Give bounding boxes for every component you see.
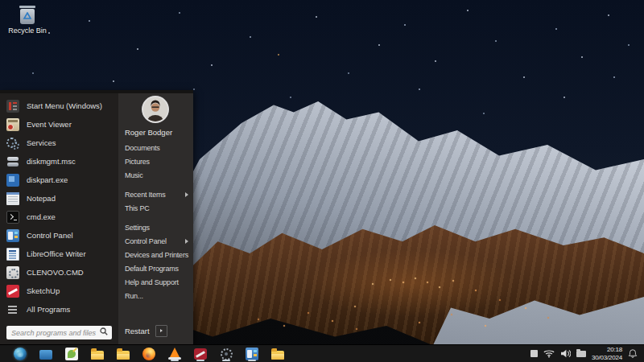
services-gears-icon [6, 137, 19, 150]
taskbar-folder-button[interactable] [267, 345, 288, 362]
menu-item-label: Help and Support [125, 278, 179, 286]
app-window-icon[interactable] [530, 350, 538, 357]
menu-item-label: Documents [125, 144, 160, 152]
search-box [6, 324, 112, 340]
recycle-bin[interactable]: Recycle Bin [6, 6, 48, 35]
menu-item-label: Control Panel [125, 237, 167, 245]
volume-icon[interactable] [560, 349, 571, 358]
menu-item-all-programs[interactable]: All Programs [0, 300, 118, 319]
menu-item-pictures[interactable]: Pictures [118, 154, 193, 168]
menu-item-label: Pictures [125, 158, 150, 166]
taskbar-control-panel-button[interactable] [242, 345, 262, 362]
menu-item-run[interactable]: Run... [118, 289, 193, 302]
sketchup-icon [194, 348, 207, 360]
taskbar-clock[interactable]: 20:18 30/03/2024 [592, 346, 622, 361]
menu-item-label: CLENOVO.CMD [27, 268, 84, 277]
menu-item-diskpart[interactable]: diskpart.exe [0, 171, 118, 189]
menu-item-label: Start Menu (Windows) [27, 101, 102, 110]
recycle-bin-icon [6, 6, 48, 24]
event-viewer-icon [6, 118, 19, 131]
user-avatar[interactable] [143, 97, 167, 121]
folder-icon [91, 351, 104, 360]
taskbar-vlc-button[interactable] [164, 345, 185, 362]
menu-item-label: SketchUp [27, 286, 60, 295]
notepad-plus-plus-icon [65, 348, 78, 360]
disk-management-icon [6, 155, 19, 168]
submenu-arrow-icon [185, 239, 188, 244]
all-programs-icon [6, 303, 19, 316]
start-menu-left-column: Start Menu (Windows) Event Viewer Servic… [0, 93, 118, 344]
menu-item-label: Music [125, 171, 143, 179]
taskbar-folder-button[interactable] [113, 345, 134, 362]
firefox-icon [142, 348, 155, 360]
vlc-icon [168, 348, 181, 360]
control-panel-icon [246, 348, 258, 360]
restart-button[interactable]: Restart [125, 327, 150, 335]
menu-item-label: LibreOffice Writer [27, 249, 86, 258]
menu-item-label: Recent Items [125, 191, 166, 199]
diskpart-icon [6, 174, 19, 187]
menu-item-label: Run... [125, 292, 143, 300]
menu-item-help-and-support[interactable]: Help and Support [118, 275, 193, 289]
menu-item-label: cmd.exe [27, 212, 56, 221]
search-input[interactable] [6, 326, 112, 339]
system-tray: 20:18 30/03/2024 [530, 346, 644, 361]
notepad-icon [6, 192, 19, 205]
notifications-bell-icon[interactable] [628, 348, 638, 359]
menu-item-label: Devices and Printers [125, 251, 188, 259]
menu-item-label: Control Panel [27, 231, 73, 240]
menu-item-recent-items[interactable]: Recent Items [118, 187, 193, 201]
menu-item-control-panel-right[interactable]: Control Panel [118, 234, 193, 248]
menu-item-libreoffice-writer[interactable]: LibreOffice Writer [0, 245, 118, 263]
sketchup-icon [6, 285, 19, 298]
taskbar: 20:18 30/03/2024 [0, 344, 644, 362]
script-gear-icon [6, 266, 19, 279]
menu-item-this-pc[interactable]: This PC [118, 201, 193, 215]
menu-item-settings[interactable]: Settings [118, 220, 193, 234]
menu-item-start-menu-windows[interactable]: Start Menu (Windows) [0, 97, 118, 115]
clock-time: 20:18 [592, 346, 622, 354]
start-button[interactable] [10, 345, 31, 362]
menu-item-label: Notepad [27, 194, 56, 203]
menu-item-documents[interactable]: Documents [118, 141, 193, 154]
user-name[interactable]: Roger Bodger [118, 125, 193, 138]
taskbar-sketchup-button[interactable] [190, 345, 211, 362]
menu-item-label: Services [27, 138, 56, 147]
taskbar-services-button[interactable] [216, 345, 237, 362]
start-menu-settings-icon [6, 100, 19, 113]
menu-item-clenovo-cmd[interactable]: CLENOVO.CMD [0, 263, 118, 282]
recycle-bin-label: Recycle Bin [6, 27, 48, 35]
services-gear-icon [220, 348, 233, 360]
taskbar-firefox-button[interactable] [138, 345, 159, 362]
menu-item-sketchup[interactable]: SketchUp [0, 282, 118, 300]
taskbar-blue-app-button[interactable] [35, 345, 56, 362]
menu-item-default-programs[interactable]: Default Programs [118, 261, 193, 275]
taskbar-notepad-plus-plus-button[interactable] [61, 345, 82, 362]
menu-item-label: diskpart.exe [27, 175, 68, 184]
explorer-tray-icon[interactable] [576, 351, 586, 357]
menu-item-diskmgmt[interactable]: diskmgmt.msc [0, 152, 118, 171]
menu-item-label: Settings [125, 224, 150, 232]
menu-item-label: This PC [125, 204, 150, 212]
menu-item-devices-and-printers[interactable]: Devices and Printers [118, 248, 193, 261]
menu-item-notepad[interactable]: Notepad [0, 189, 118, 208]
folder-icon [271, 351, 284, 360]
wifi-icon[interactable] [543, 349, 555, 358]
blue-app-icon [39, 350, 52, 360]
submenu-arrow-icon [160, 329, 163, 332]
menu-item-label: All Programs [27, 305, 70, 314]
start-orb-icon [14, 348, 27, 360]
search-icon [100, 327, 108, 335]
menu-item-music[interactable]: Music [118, 168, 193, 182]
menu-item-control-panel[interactable]: Control Panel [0, 226, 118, 245]
menu-item-label: Event Viewer [27, 120, 72, 129]
menu-item-event-viewer[interactable]: Event Viewer [0, 115, 118, 134]
submenu-arrow-icon [185, 192, 188, 197]
menu-item-label: diskmgmt.msc [27, 157, 76, 166]
menu-item-cmd[interactable]: cmd.exe [0, 208, 118, 226]
desktop: Recycle Bin Start Menu (Windows) Event V… [0, 0, 644, 362]
menu-item-label: Default Programs [125, 265, 179, 273]
menu-item-services[interactable]: Services [0, 134, 118, 152]
taskbar-folder-button[interactable] [87, 345, 108, 362]
restart-submenu-button[interactable] [155, 325, 167, 337]
